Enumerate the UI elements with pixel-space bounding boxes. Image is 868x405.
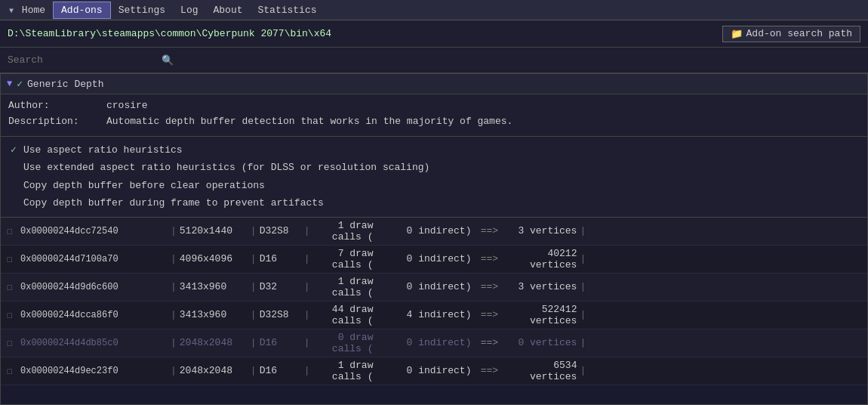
buffer-row-0[interactable]: ☐ 0x00000244dcc72540 | 5120x1440 | D32S8…	[1, 218, 867, 246]
buffer-checkbox-5[interactable]: ☐	[7, 365, 20, 377]
description-label: Description:	[8, 114, 106, 130]
buffer-arrow-0: ==>	[471, 225, 501, 237]
option-check-0[interactable]: ✓	[8, 143, 19, 158]
buffer-verts-2: 3 vertices	[501, 281, 577, 292]
buffer-arrow-5: ==>	[471, 365, 501, 376]
search-input[interactable]	[8, 54, 159, 66]
buffer-indirect-4: 0 indirect)	[373, 337, 471, 348]
option-check-1[interactable]	[8, 160, 19, 175]
buffer-indirect-1: 0 indirect)	[373, 253, 471, 264]
sep1-2: |	[171, 281, 177, 292]
buffer-fmt-4: D16	[260, 337, 301, 348]
sep3-1: |	[304, 253, 310, 264]
buffer-res-1: 4096x4096	[180, 253, 248, 264]
option-row-3: Copy depth buffer during frame to preven…	[8, 194, 860, 212]
menu-item-statistics[interactable]: Statistics	[251, 2, 325, 18]
buffer-verts-5: 6534 vertices	[501, 360, 577, 382]
buffer-addr-2: 0x00000244d9d6c600	[20, 282, 168, 292]
plugin-enabled-check[interactable]: ✓	[17, 78, 23, 90]
buffer-verts-0: 3 vertices	[501, 225, 577, 237]
sep2-5: |	[251, 365, 257, 376]
buffer-indirect-0: 0 indirect)	[373, 225, 471, 237]
buffer-arrow-2: ==>	[471, 281, 501, 292]
buffer-res-5: 2048x2048	[180, 365, 248, 376]
buffer-fmt-5: D16	[260, 365, 301, 376]
buffer-indirect-5: 0 indirect)	[373, 365, 471, 376]
option-check-2[interactable]	[8, 178, 19, 193]
sep1-3: |	[171, 309, 177, 320]
folder-icon: 📁	[731, 28, 743, 40]
plugin-name: Generic Depth	[27, 79, 103, 90]
buffer-end-sep-3: |	[580, 309, 586, 320]
sep1-4: |	[171, 337, 177, 348]
description-row: Description: Automatic depth buffer dete…	[8, 114, 860, 130]
buffer-indirect-2: 0 indirect)	[373, 281, 471, 292]
plugin-header: ▼ ✓ Generic Depth	[1, 74, 867, 94]
buffer-row-3[interactable]: ☐ 0x00000244dcca86f0 | 3413x960 | D32S8 …	[1, 301, 867, 329]
sep3-4: |	[304, 337, 310, 348]
sep2-4: |	[251, 337, 257, 348]
triangle-icon: ▼	[7, 79, 12, 89]
sep3-5: |	[304, 365, 310, 376]
addon-search-path-button[interactable]: 📁 Add-on search path	[722, 26, 860, 42]
buffer-list: ☐ 0x00000244dcc72540 | 5120x1440 | D32S8…	[1, 218, 867, 385]
menu-item-home[interactable]: ▼ Home	[2, 2, 53, 18]
buffer-draws-4: 0 draw calls (	[312, 332, 373, 354]
buffer-addr-1: 0x00000244d7100a70	[20, 254, 168, 264]
buffer-draws-3: 44 draw calls (	[312, 304, 373, 326]
buffer-end-sep-2: |	[580, 281, 586, 292]
author-label: Author:	[8, 98, 106, 114]
menu-item-about-label: About	[213, 5, 242, 16]
sep1-5: |	[171, 365, 177, 376]
buffer-addr-4: 0x00000244d4db85c0	[20, 338, 168, 348]
option-row-2: Copy depth buffer before clear operation…	[8, 177, 860, 195]
buffer-row-2[interactable]: ☐ 0x00000244d9d6c600 | 3413x960 | D32 | …	[1, 274, 867, 301]
option-row-0: ✓ Use aspect ratio heuristics	[8, 141, 860, 159]
buffer-res-0: 5120x1440	[180, 225, 248, 237]
menu-item-addons[interactable]: Add-ons	[53, 2, 111, 19]
buffer-verts-1: 40212 vertices	[501, 248, 577, 271]
menu-item-home-label: Home	[22, 5, 45, 16]
buffer-end-sep-5: |	[580, 365, 586, 376]
option-label-1: Use extended aspect ratio heuristics (fo…	[23, 160, 429, 175]
option-label-3: Copy depth buffer during frame to preven…	[23, 196, 324, 211]
buffer-checkbox-4[interactable]: ☐	[7, 337, 20, 349]
buffer-row-4[interactable]: ☐ 0x00000244d4db85c0 | 2048x2048 | D16 |…	[1, 329, 867, 357]
buffer-addr-3: 0x00000244dcca86f0	[20, 310, 168, 320]
buffer-row-5[interactable]: ☐ 0x00000244d9ec23f0 | 2048x2048 | D16 |…	[1, 357, 867, 385]
buffer-checkbox-2[interactable]: ☐	[7, 281, 20, 293]
buffer-end-sep-0: |	[580, 225, 586, 237]
sep1-0: |	[171, 225, 177, 237]
menu-item-settings[interactable]: Settings	[111, 2, 173, 18]
menu-bar: ▼ Home Add-ons Settings Log About Statis…	[0, 0, 868, 20]
buffer-indirect-3: 4 indirect)	[373, 309, 471, 320]
buffer-res-2: 3413x960	[180, 281, 248, 292]
search-path-label: Add-on search path	[746, 28, 852, 39]
buffer-draws-2: 1 draw calls (	[312, 276, 373, 298]
buffer-fmt-0: D32S8	[260, 225, 301, 237]
buffer-row-1[interactable]: ☐ 0x00000244d7100a70 | 4096x4096 | D16 |…	[1, 246, 867, 274]
menu-item-about[interactable]: About	[205, 2, 250, 18]
path-bar: D:\SteamLibrary\steamapps\common\Cyberpu…	[0, 20, 868, 48]
option-label-2: Copy depth buffer before clear operation…	[23, 178, 265, 193]
sep2-1: |	[251, 253, 257, 264]
author-value: crosire	[106, 98, 148, 114]
menu-item-settings-label: Settings	[119, 5, 165, 16]
buffer-checkbox-1[interactable]: ☐	[7, 253, 20, 265]
author-row: Author: crosire	[8, 98, 860, 114]
buffer-addr-5: 0x00000244d9ec23f0	[20, 366, 168, 376]
buffer-fmt-2: D32	[260, 281, 301, 292]
sep3-0: |	[304, 225, 310, 237]
buffer-res-3: 3413x960	[180, 309, 248, 320]
plugin-info: Author: crosire Description: Automatic d…	[1, 94, 867, 137]
menu-item-log[interactable]: Log	[173, 2, 205, 18]
buffer-checkbox-3[interactable]: ☐	[7, 309, 20, 321]
buffer-checkbox-0[interactable]: ☐	[7, 225, 20, 237]
buffer-end-sep-1: |	[580, 253, 586, 264]
options-section: ✓ Use aspect ratio heuristics Use extend…	[1, 137, 867, 218]
option-check-3[interactable]	[8, 196, 19, 211]
search-icon: 🔍	[162, 54, 174, 66]
buffer-fmt-3: D32S8	[260, 309, 301, 320]
search-bar: 🔍	[0, 48, 868, 73]
buffer-verts-3: 522412 vertices	[501, 304, 577, 326]
